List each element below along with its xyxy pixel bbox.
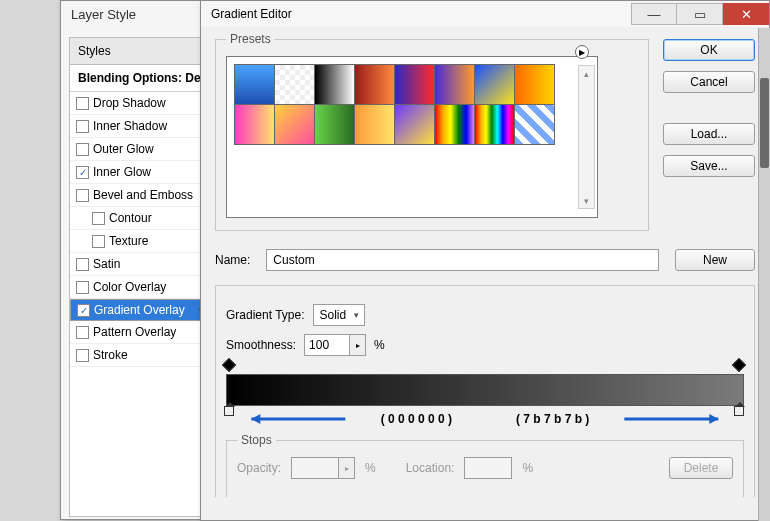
preset-swatch[interactable]: [274, 104, 315, 145]
maximize-button[interactable]: ▭: [677, 3, 723, 25]
name-input[interactable]: [266, 249, 659, 271]
scroll-down-icon[interactable]: ▾: [579, 193, 594, 208]
opacity-input: [291, 457, 339, 479]
checkbox[interactable]: [92, 235, 105, 248]
delete-button: Delete: [669, 457, 733, 479]
style-row-inner-glow[interactable]: Inner Glow: [70, 161, 210, 184]
checkbox[interactable]: [76, 143, 89, 156]
name-label: Name:: [215, 253, 250, 267]
styles-header[interactable]: Styles: [70, 38, 210, 65]
checkbox[interactable]: [92, 212, 105, 225]
stops-group: Stops Opacity: ▸ % Location: % Delete: [226, 440, 744, 497]
checkbox[interactable]: [76, 281, 89, 294]
location-input: [464, 457, 512, 479]
opacity-stepper-icon: ▸: [339, 457, 355, 479]
load-button[interactable]: Load...: [663, 123, 755, 145]
style-row-pattern-overlay[interactable]: Pattern Overlay: [70, 321, 210, 344]
style-row-texture[interactable]: Texture: [70, 230, 210, 253]
gradient-editor-window: Gradient Editor — ▭ ✕ Presets ▶ ▴ ▾: [200, 0, 770, 521]
style-row-color-overlay[interactable]: Color Overlay: [70, 276, 210, 299]
preset-swatch[interactable]: [274, 64, 315, 105]
style-row-outer-glow[interactable]: Outer Glow: [70, 138, 210, 161]
location-label: Location:: [406, 461, 455, 475]
presets-label: Presets: [226, 32, 275, 46]
smoothness-stepper-icon[interactable]: ▸: [350, 334, 366, 356]
close-button[interactable]: ✕: [723, 3, 769, 25]
style-row-gradient-overlay[interactable]: Gradient Overlay: [70, 299, 210, 321]
style-label: Gradient Overlay: [94, 303, 185, 317]
gradient-config-group: Gradient Type: Solid Smoothness: ▸ %: [215, 285, 755, 497]
blending-options-row[interactable]: Blending Options: Default: [70, 65, 210, 92]
style-label: Stroke: [93, 348, 128, 362]
cancel-button[interactable]: Cancel: [663, 71, 755, 93]
preset-swatch[interactable]: [394, 104, 435, 145]
arrow-right-icon: [601, 412, 742, 426]
percent-label: %: [374, 338, 385, 352]
checkbox[interactable]: [76, 326, 89, 339]
arrow-left-icon: [228, 412, 369, 426]
save-button[interactable]: Save...: [663, 155, 755, 177]
scrollbar-thumb[interactable]: [760, 78, 769, 168]
preset-swatch[interactable]: [234, 104, 275, 145]
ok-button[interactable]: OK: [663, 39, 755, 61]
style-label: Outer Glow: [93, 142, 154, 156]
style-label: Pattern Overlay: [93, 325, 176, 339]
preset-swatch[interactable]: [234, 64, 275, 105]
opacity-stop-left[interactable]: [224, 360, 236, 372]
checkbox[interactable]: [76, 349, 89, 362]
style-row-bevel-and-emboss[interactable]: Bevel and Emboss: [70, 184, 210, 207]
presets-box: ▶ ▴ ▾: [226, 56, 598, 218]
smoothness-input[interactable]: [304, 334, 350, 356]
gradient-editor-title: Gradient Editor: [211, 7, 292, 21]
preset-swatch[interactable]: [474, 104, 515, 145]
preset-swatch[interactable]: [514, 64, 555, 105]
color-right-annotation: ( 7 b 7 b 7 b ): [504, 412, 601, 426]
style-label: Drop Shadow: [93, 96, 166, 110]
new-button[interactable]: New: [675, 249, 755, 271]
gradient-type-label: Gradient Type:: [226, 308, 305, 322]
window-controls: — ▭ ✕: [631, 3, 769, 25]
checkbox[interactable]: [76, 189, 89, 202]
presets-group: Presets ▶ ▴ ▾: [215, 39, 649, 231]
preset-swatch[interactable]: [434, 64, 475, 105]
style-label: Satin: [93, 257, 120, 271]
color-left-annotation: ( 0 0 0 0 0 0 ): [369, 412, 464, 426]
presets-scrollbar[interactable]: ▴ ▾: [578, 65, 595, 209]
preset-swatch[interactable]: [314, 104, 355, 145]
preset-swatch[interactable]: [514, 104, 555, 145]
minimize-button[interactable]: —: [631, 3, 677, 25]
style-row-stroke[interactable]: Stroke: [70, 344, 210, 367]
stops-label: Stops: [237, 433, 276, 447]
style-label: Color Overlay: [93, 280, 166, 294]
style-row-inner-shadow[interactable]: Inner Shadow: [70, 115, 210, 138]
preset-swatch[interactable]: [354, 104, 395, 145]
gradient-bar[interactable]: [226, 374, 744, 406]
style-row-drop-shadow[interactable]: Drop Shadow: [70, 92, 210, 115]
checkbox[interactable]: [76, 120, 89, 133]
preset-swatch[interactable]: [394, 64, 435, 105]
style-label: Inner Shadow: [93, 119, 167, 133]
preset-swatch[interactable]: [474, 64, 515, 105]
annotation-row: ( 0 0 0 0 0 0 ) ( 7 b 7 b 7 b ): [228, 412, 742, 426]
gradient-editor-titlebar: Gradient Editor — ▭ ✕: [201, 1, 769, 27]
preset-swatch[interactable]: [314, 64, 355, 105]
opacity-stop-right[interactable]: [734, 360, 746, 372]
style-row-contour[interactable]: Contour: [70, 207, 210, 230]
checkbox[interactable]: [76, 97, 89, 110]
style-label: Inner Glow: [93, 165, 151, 179]
opacity-label: Opacity:: [237, 461, 281, 475]
smoothness-label: Smoothness:: [226, 338, 296, 352]
scroll-up-icon[interactable]: ▴: [579, 66, 594, 81]
preset-swatch[interactable]: [434, 104, 475, 145]
page-scrollbar[interactable]: [758, 28, 770, 521]
preset-swatch[interactable]: [354, 64, 395, 105]
styles-panel: Styles Blending Options: Default Drop Sh…: [70, 38, 210, 367]
checkbox[interactable]: [76, 166, 89, 179]
checkbox[interactable]: [76, 258, 89, 271]
style-label: Bevel and Emboss: [93, 188, 193, 202]
style-row-satin[interactable]: Satin: [70, 253, 210, 276]
presets-menu-icon[interactable]: ▶: [575, 45, 589, 59]
style-label: Contour: [109, 211, 152, 225]
checkbox[interactable]: [77, 304, 90, 317]
gradient-type-select[interactable]: Solid: [313, 304, 366, 326]
